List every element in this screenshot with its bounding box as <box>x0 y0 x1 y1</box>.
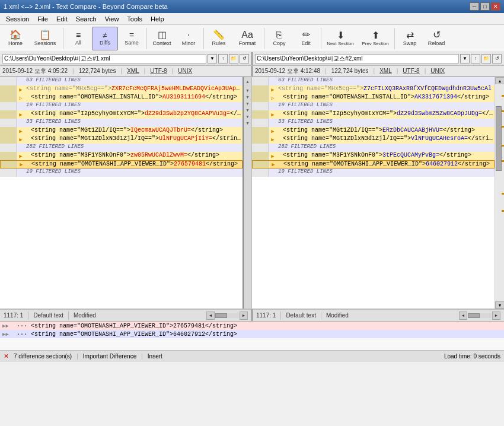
left-info-bar: 2015-09-12 오후 4:05:22 | 122,724 bytes | … <box>0 66 253 77</box>
toolbar-separator-6 <box>394 28 395 49</box>
toolbar-separator-5 <box>321 28 321 49</box>
right-enc2[interactable]: UTF-8 <box>403 68 419 74</box>
left-h-scroll-right[interactable]: ► <box>240 311 248 320</box>
mini-mark-1 <box>502 95 504 97</box>
left-path-input[interactable] <box>2 54 206 63</box>
menu-edit[interactable]: Edit <box>53 14 71 24</box>
right-h-scroll-thumb[interactable] <box>468 313 480 318</box>
toolbar-separator-2 <box>146 28 147 49</box>
right-path-dropdown[interactable]: ▼ <box>460 54 470 63</box>
diffs-button[interactable]: ≠ Diffs <box>92 27 118 50</box>
sessions-button[interactable]: 📋 Sessions <box>29 27 61 50</box>
right-path-refresh[interactable]: ↺ <box>492 54 502 63</box>
table-row: ▷ <string name="OMOTENASHI_INSTALL_ID">A… <box>0 94 243 102</box>
home-button[interactable]: 🏠 Home <box>2 27 28 50</box>
menu-view[interactable]: View <box>101 14 123 24</box>
table-row: ▶ <string name="M3F1YSNkOnF0">3tPEcQUCAM… <box>252 152 495 160</box>
same-button[interactable]: = Same <box>119 27 145 50</box>
diff-status-bar: 1117: 1 Default text Modified ◄ ► 1117: … <box>0 309 504 320</box>
menu-search[interactable]: Search <box>72 14 100 24</box>
prev-section-icon: ⬆ <box>372 31 379 40</box>
menu-help[interactable]: Help <box>147 14 168 24</box>
table-row: ▶ <string name="MHx5cg==">Z7cFILXQ3RAxR8… <box>252 85 495 94</box>
nav-down-6[interactable]: ▼ <box>245 121 250 125</box>
scroll-up-btn[interactable]: ▲ <box>495 77 504 84</box>
right-h-scroll-track <box>468 313 492 318</box>
diffs-icon: ≠ <box>103 31 107 39</box>
right-enc3[interactable]: UNIX <box>430 68 445 74</box>
right-h-scroll-left[interactable]: ◄ <box>459 311 467 320</box>
swap-icon: ⇄ <box>406 30 414 40</box>
copy-button[interactable]: ⎘ Copy <box>266 27 292 50</box>
nav-down-3[interactable]: ▼ <box>245 101 250 106</box>
right-path-up[interactable]: ↑ <box>471 54 480 63</box>
bottom-preview: ▶▶ ··· <string name="OMOTENASHI_APP_VIEW… <box>0 320 504 350</box>
right-diff-scroll[interactable]: 63 FILTERED LINES ▶ <string name="MHx5cg… <box>252 77 495 309</box>
nav-down-1[interactable]: ▼ <box>245 88 250 93</box>
nav-up[interactable]: ▲ <box>245 80 250 84</box>
maximize-button[interactable]: □ <box>480 2 490 11</box>
right-path-input[interactable] <box>255 54 459 63</box>
left-h-scroll-thumb[interactable] <box>215 313 227 318</box>
menu-tools[interactable]: Tools <box>123 14 146 24</box>
minimize-button[interactable]: ─ <box>470 2 479 11</box>
right-status-bar: 1117: 1 Default text Modified ◄ ► <box>253 309 504 321</box>
scroll-down-btn[interactable]: ▼ <box>495 301 504 309</box>
minor-button[interactable]: · Minor <box>176 27 202 50</box>
nav-down-5[interactable]: ▼ <box>245 115 250 119</box>
right-position: 1117: 1 <box>256 312 276 319</box>
mini-mark-4 <box>502 145 504 147</box>
table-row: ▷ <string name="OMOTENASHI_INSTALL_ID">A… <box>252 94 495 102</box>
table-row: 63 FILTERED LINES <box>252 77 495 85</box>
left-path-up[interactable]: ↑ <box>218 54 228 63</box>
all-button[interactable]: ≡ All <box>65 27 91 50</box>
preview-line-2: ▶▶ ··· <string name="OMOTENASHI_APP_VIEW… <box>0 330 504 338</box>
right-size: 122,724 bytes <box>331 68 369 74</box>
right-scrollbar[interactable]: ▲ ▼ <box>495 77 504 309</box>
next-section-button[interactable]: ⬇ Next Section <box>323 27 358 50</box>
mini-mark-7 <box>502 210 504 212</box>
right-enc1[interactable]: XML <box>379 68 392 74</box>
window-title: 1.xml <--> 2.xml - Text Compare - Beyond… <box>4 3 168 10</box>
left-enc3[interactable]: UNIX <box>178 68 192 74</box>
left-h-scroll-track <box>215 313 239 318</box>
right-path-folder[interactable]: 📁 <box>481 54 491 63</box>
edit-button[interactable]: ✏ Edit <box>293 27 319 50</box>
left-h-scroll-left[interactable]: ◄ <box>206 311 215 320</box>
scroll-thumb[interactable] <box>496 106 502 171</box>
reload-button[interactable]: ↺ Reload <box>423 27 449 50</box>
table-row: ▶ <string name="MGt1ZDlxN3d1Zjl/IQ==">Ul… <box>0 135 243 144</box>
left-path-folder[interactable]: 📁 <box>229 54 238 63</box>
nav-down-2[interactable]: ▼ <box>245 95 250 99</box>
left-enc2[interactable]: UTF-8 <box>150 68 167 74</box>
menu-file[interactable]: File <box>34 14 52 24</box>
diff-area: 63 FILTERED LINES ▶ <string name="MHx5cg… <box>0 77 504 309</box>
table-row: 282 FILTERED LINES <box>252 144 495 152</box>
home-icon: 🏠 <box>9 30 21 40</box>
left-diff-scroll[interactable]: 63 FILTERED LINES ▶ <string name="MHx5cg… <box>0 77 243 309</box>
context-button[interactable]: ◫ Context <box>149 27 175 50</box>
minor-icon: · <box>187 30 190 40</box>
right-text-type: Default text <box>286 312 316 319</box>
rules-button[interactable]: 📏 Rules <box>206 27 232 50</box>
close-button[interactable]: ✕ <box>491 2 500 11</box>
table-row: ▶ <string name="I2p5cyhyOmtxYCM=">dZ29d3… <box>252 110 495 119</box>
left-path-dropdown[interactable]: ▼ <box>208 54 217 63</box>
left-path-refresh[interactable]: ↺ <box>240 54 249 63</box>
table-row: ▶ <string name="MGt1ZDlxN3d1Zjl/IQ==">Vl… <box>252 135 495 144</box>
format-button[interactable]: Aa Format <box>232 27 262 50</box>
menu-session[interactable]: Session <box>2 14 33 24</box>
preview-right-text: ··· <string name="OMOTENASHI_APP_VIEWER_… <box>17 331 237 338</box>
left-enc1[interactable]: XML <box>127 68 139 74</box>
nav-down-4[interactable]: ▼ <box>245 108 250 112</box>
left-position: 1117: 1 <box>4 312 23 319</box>
table-row: 33 FILTERED LINES <box>0 119 243 127</box>
mini-mark-5 <box>502 160 504 162</box>
table-row: ▶ <string name="MGt1ZDl/IQ==">IQecmawUCA… <box>0 127 243 135</box>
table-row: 33 FILTERED LINES <box>252 119 495 127</box>
prev-section-button[interactable]: ⬆ Prev Section <box>358 27 393 50</box>
right-h-scroll-right[interactable]: ► <box>492 311 500 320</box>
edit-icon: ✏ <box>302 30 310 40</box>
table-row: 19 FILTERED LINES <box>252 169 495 177</box>
swap-button[interactable]: ⇄ Swap <box>397 27 423 50</box>
